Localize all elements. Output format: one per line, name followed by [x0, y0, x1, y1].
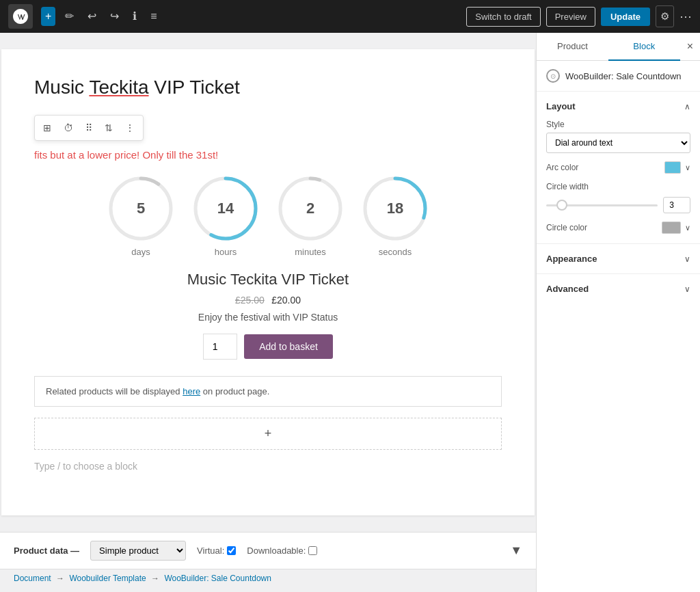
hours-label: hours: [215, 247, 237, 257]
countdown-container: 5 days 14 hours: [34, 174, 502, 257]
countdown-seconds: 18 seconds: [361, 174, 429, 257]
preview-button[interactable]: Preview: [546, 7, 595, 27]
block-toolbar: ⊞ ⏱ ⠿ ⇅ ⋮: [34, 115, 144, 141]
circle-color-swatch[interactable]: [662, 221, 681, 234]
circle-width-controls: [546, 197, 690, 213]
product-data-label: Product data —: [14, 546, 79, 556]
seconds-label: seconds: [379, 247, 412, 257]
circle-width-input[interactable]: [663, 197, 690, 213]
circle-color-chevron-icon[interactable]: ∨: [685, 224, 690, 232]
virtual-checkbox[interactable]: [227, 546, 236, 555]
virtual-checkbox-label[interactable]: Virtual:: [197, 546, 236, 556]
promo-text: fits but at a lower price! Only till the…: [34, 149, 502, 161]
countdown-days: 5 days: [107, 174, 175, 257]
add-to-basket-row: Add to basket: [34, 334, 502, 360]
sidebar-tabs: Product Block ×: [537, 33, 700, 61]
settings-gear-button[interactable]: ⚙: [656, 5, 674, 27]
top-toolbar: + ✏ ↩ ↪ ℹ ≡ Switch to draft Preview Upda…: [0, 0, 700, 33]
add-block-button[interactable]: +: [41, 7, 55, 26]
countdown-minutes: 2 minutes: [276, 174, 345, 257]
arc-color-swatch-row: ∨: [664, 161, 690, 174]
price-new: £20.00: [271, 295, 301, 306]
switch-to-draft-button[interactable]: Switch to draft: [466, 7, 540, 27]
quantity-input[interactable]: [203, 334, 237, 360]
undo-button[interactable]: ↩: [83, 7, 100, 26]
virtual-label: Virtual:: [197, 546, 224, 556]
appearance-section-header[interactable]: Appearance ∨: [546, 254, 690, 264]
related-products-link[interactable]: here: [183, 386, 200, 396]
block-grid-icon[interactable]: ⊞: [38, 118, 57, 137]
block-clock-icon[interactable]: ⏱: [58, 118, 79, 137]
right-sidebar: Product Block × ⊙ WooBuilder: Sale Count…: [536, 33, 700, 592]
wp-logo: [8, 4, 33, 29]
downloadable-label: Downloadable:: [247, 546, 306, 556]
appearance-section: Appearance ∨: [537, 244, 700, 274]
advanced-section-title: Advanced: [546, 284, 589, 294]
breadcrumb-document[interactable]: Document: [14, 574, 51, 583]
breadcrumb-arrow-1: →: [56, 574, 66, 583]
circle-color-row: Circle color ∨: [546, 221, 690, 234]
main-layout: Music Teckita VIP Ticket ⊞ ⏱ ⠿ ⇅ ⋮ fits …: [0, 33, 700, 592]
add-block-plus-icon: +: [265, 427, 272, 441]
arc-color-row: Arc color ∨: [546, 161, 690, 174]
breadcrumb-woobuilder-template[interactable]: Woobuilder Template: [69, 574, 146, 583]
woobuilder-icon: ⊙: [546, 69, 560, 83]
countdown-hours: 14 hours: [191, 174, 260, 257]
days-value: 5: [137, 200, 145, 217]
circle-width-slider[interactable]: [546, 204, 658, 206]
breadcrumb-sale-countdown[interactable]: WooBuilder: Sale Countdown: [164, 574, 271, 583]
redo-button[interactable]: ↪: [106, 7, 123, 26]
circle-color-label: Circle color: [546, 223, 587, 232]
advanced-section: Advanced ∨: [537, 274, 700, 304]
type-prompt: Type / to choose a block: [34, 461, 502, 472]
breadcrumb-arrow-2: →: [151, 574, 161, 583]
countdown-hours-circle: 14: [191, 174, 260, 243]
seconds-value: 18: [387, 200, 403, 217]
product-price: £25.00 £20.00: [34, 294, 502, 306]
arc-color-chevron-icon[interactable]: ∨: [685, 163, 690, 172]
layout-section-header[interactable]: Layout ∧: [546, 101, 690, 111]
post-title-italic: Teckita: [89, 77, 148, 98]
circle-width-row: Circle width: [546, 182, 690, 213]
update-button[interactable]: Update: [601, 8, 650, 26]
tab-block[interactable]: Block: [608, 33, 680, 61]
post-title[interactable]: Music Teckita VIP Ticket: [34, 77, 502, 98]
list-view-button[interactable]: ≡: [146, 7, 161, 26]
info-button[interactable]: ℹ: [129, 7, 141, 26]
edit-button[interactable]: ✏: [61, 7, 78, 26]
block-arrows-icon[interactable]: ⇅: [99, 118, 118, 137]
woobuilder-title: WooBuilder: Sale Countdown: [565, 71, 682, 81]
product-data-bar: Product data — Simple product Virtual: D…: [0, 532, 536, 569]
advanced-section-header[interactable]: Advanced ∨: [546, 284, 690, 294]
layout-section-title: Layout: [546, 101, 576, 111]
advanced-chevron-icon: ∨: [684, 284, 690, 294]
more-options-button[interactable]: ⋯: [679, 9, 692, 24]
style-select[interactable]: Dial around text: [546, 133, 690, 153]
arc-color-label: Arc color: [546, 163, 578, 172]
days-label: days: [131, 247, 150, 257]
layout-chevron-icon: ∧: [684, 102, 690, 111]
related-products-box: Related products will be displayed here …: [34, 376, 502, 407]
product-type-select[interactable]: Simple product: [90, 541, 186, 561]
block-dots-icon[interactable]: ⠿: [80, 118, 98, 137]
appearance-chevron-icon: ∨: [684, 254, 690, 264]
appearance-section-title: Appearance: [546, 254, 597, 264]
add-block-row[interactable]: +: [34, 418, 502, 450]
hours-value: 14: [217, 200, 234, 217]
sidebar-close-button[interactable]: ×: [680, 35, 700, 58]
minutes-label: minutes: [295, 247, 326, 257]
circle-width-label: Circle width: [546, 182, 690, 191]
countdown-minutes-circle: 2: [276, 174, 345, 243]
woobuilder-header: ⊙ WooBuilder: Sale Countdown: [537, 61, 700, 92]
arc-color-swatch[interactable]: [664, 161, 681, 174]
tab-product[interactable]: Product: [537, 33, 608, 61]
add-to-basket-button[interactable]: Add to basket: [244, 334, 333, 359]
style-field-label: Style: [546, 120, 690, 129]
product-title: Music Teckita VIP Ticket: [34, 271, 502, 288]
downloadable-checkbox-label[interactable]: Downloadable:: [247, 546, 317, 556]
downloadable-checkbox[interactable]: [308, 546, 317, 555]
product-data-expand-button[interactable]: ▼: [510, 543, 522, 558]
product-description: Enjoy the festival with VIP Status: [34, 312, 502, 323]
editor-content: Music Teckita VIP Ticket ⊞ ⏱ ⠿ ⇅ ⋮ fits …: [1, 49, 535, 515]
block-more-icon[interactable]: ⋮: [120, 118, 140, 137]
